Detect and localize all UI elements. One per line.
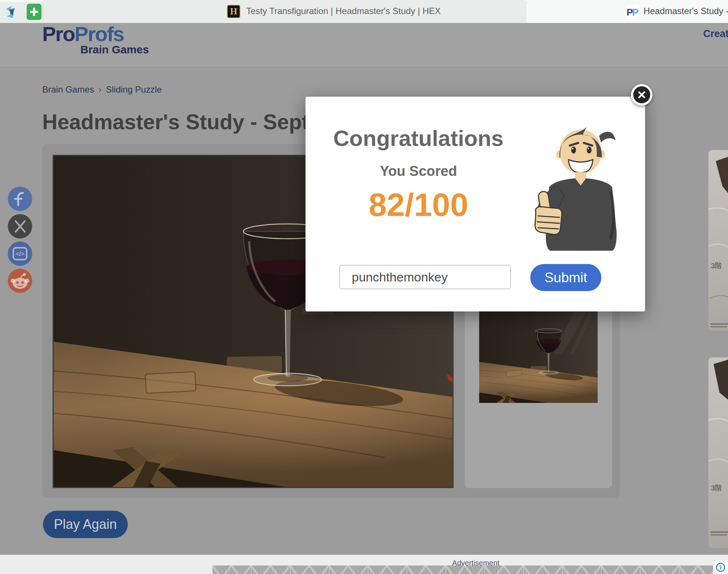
browser-logo-icon[interactable]: E	[4, 4, 19, 19]
proprofs-favicon: P P	[625, 4, 639, 19]
history-favicon: H	[227, 5, 240, 18]
logo-tagline: Brain Games	[80, 43, 149, 56]
ad-choices-button[interactable]: i	[713, 561, 728, 574]
score-value: 82/100	[305, 188, 531, 221]
x-share-button[interactable]	[8, 214, 32, 240]
modal-close-button[interactable]	[631, 84, 652, 106]
rail-fine-print	[711, 323, 728, 325]
green-cross-icon[interactable]	[27, 4, 41, 21]
close-icon	[633, 86, 650, 103]
thumbs-up-character	[523, 113, 627, 251]
info-icon: i	[716, 563, 725, 572]
certificate-name-input[interactable]	[339, 265, 511, 289]
page-title: Headmaster's Study - Sept	[42, 110, 306, 134]
rail-caption: 3階	[711, 483, 722, 493]
tab-headmasters-study[interactable]: P P Headmaster's Study - S	[526, 0, 728, 23]
reddit-icon	[8, 268, 32, 293]
facebook-share-button[interactable]	[8, 187, 32, 213]
breadcrumb-brain-games[interactable]: Brain Games	[42, 84, 94, 94]
x-icon	[8, 214, 32, 238]
breadcrumb-separator: ›	[98, 84, 101, 94]
related-puzzle-card[interactable]: 3階	[708, 150, 728, 331]
tab-title: Testy Transfiguration | Headmaster's Stu…	[246, 6, 446, 16]
modal-title: Congratulations	[305, 126, 531, 151]
rail-fine-print	[711, 326, 727, 327]
svg-text:i: i	[720, 564, 721, 571]
proprofs-logo[interactable]: ProProfs	[42, 24, 124, 44]
browser-tab-bar: E H Testy Transfiguration | Headmaster's…	[0, 0, 728, 23]
rail-fine-print	[711, 534, 727, 535]
embed-share-button[interactable]: </>	[8, 241, 32, 267]
tab-testy-transfiguration[interactable]: H Testy Transfiguration | Headmaster's S…	[43, 0, 526, 23]
tab-title: Headmaster's Study - S	[644, 6, 728, 16]
reddit-share-button[interactable]	[8, 268, 32, 294]
create-link[interactable]: Creat	[703, 28, 728, 40]
ad-banner[interactable]	[212, 565, 728, 574]
related-puzzle-card[interactable]: 3階	[708, 357, 728, 548]
reference-thumbnail	[479, 310, 598, 403]
play-again-button[interactable]: Play Again	[43, 511, 128, 538]
facebook-icon	[8, 187, 32, 211]
embed-code-icon: </>	[8, 241, 32, 266]
breadcrumb: Brain Games›Sliding Puzzle	[42, 84, 162, 95]
site-header: ProProfs Brain Games Creat	[0, 23, 728, 67]
svg-text:E: E	[10, 9, 13, 15]
rail-fine-print	[711, 531, 728, 533]
submit-button[interactable]: Submit	[530, 264, 601, 291]
breadcrumb-sliding-puzzle[interactable]: Sliding Puzzle	[106, 84, 162, 94]
rail-caption: 3階	[711, 261, 722, 271]
svg-text:</>: </>	[16, 251, 24, 257]
congratulations-modal: Congratulations You Scored 82/100	[305, 97, 645, 311]
modal-subtitle: You Scored	[305, 163, 531, 179]
